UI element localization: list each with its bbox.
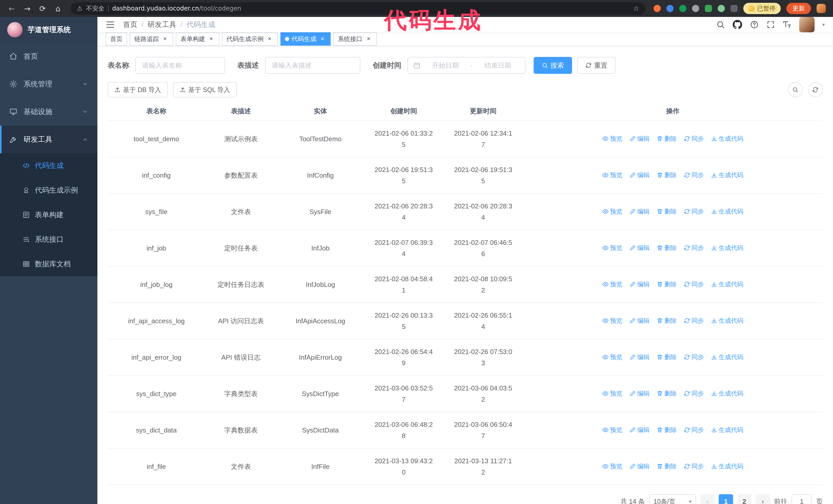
search-icon[interactable] xyxy=(716,20,725,29)
font-size-icon[interactable] xyxy=(783,20,791,29)
row-action-delete[interactable]: 删除 xyxy=(657,388,677,399)
row-action-delete[interactable]: 删除 xyxy=(657,424,677,436)
url-bar[interactable]: ⚠ 不安全 dashboard.yudao.iocoder.cn/tool/co… xyxy=(71,2,645,15)
fullscreen-icon[interactable] xyxy=(766,20,775,29)
row-action-sync[interactable]: 同步 xyxy=(684,352,704,363)
profile-avatar[interactable] xyxy=(816,4,826,13)
row-action-sync[interactable]: 同步 xyxy=(684,461,704,472)
row-action-sync[interactable]: 同步 xyxy=(684,388,704,399)
prev-page-button[interactable]: ‹ xyxy=(700,494,715,504)
row-action-eye[interactable]: 预览 xyxy=(602,461,622,472)
breadcrumb-item[interactable]: 首页 xyxy=(123,20,137,29)
breadcrumb-item[interactable]: 研发工具 xyxy=(148,20,176,29)
row-action-generate[interactable]: 生成代码 xyxy=(711,352,743,363)
import-db-button[interactable]: 基于 DB 导入 xyxy=(108,82,168,97)
row-action-edit[interactable]: 编辑 xyxy=(629,279,649,290)
sidebar-subitem-1[interactable]: 代码生成示例 xyxy=(0,178,97,202)
row-action-delete[interactable]: 删除 xyxy=(657,279,677,290)
search-button[interactable]: 搜索 xyxy=(533,57,572,74)
row-action-sync[interactable]: 同步 xyxy=(684,206,704,217)
tab-4[interactable]: 代码生成× xyxy=(280,32,331,46)
row-action-eye[interactable]: 预览 xyxy=(602,388,622,399)
goto-page-input[interactable] xyxy=(791,494,812,504)
row-action-generate[interactable]: 生成代码 xyxy=(711,388,743,399)
row-action-edit[interactable]: 编辑 xyxy=(629,352,649,363)
row-action-generate[interactable]: 生成代码 xyxy=(711,279,743,290)
paused-badge[interactable]: 已暂停 xyxy=(743,3,781,14)
app-logo[interactable]: 芋道管理系统 xyxy=(0,17,97,43)
table-name-input[interactable] xyxy=(135,57,225,74)
extension-icon[interactable] xyxy=(718,5,725,12)
row-action-sync[interactable]: 同步 xyxy=(684,133,704,144)
row-action-generate[interactable]: 生成代码 xyxy=(711,169,743,181)
sidebar-subitem-3[interactable]: 系统接口 xyxy=(0,227,97,252)
back-icon[interactable]: ← xyxy=(5,2,19,15)
row-action-generate[interactable]: 生成代码 xyxy=(711,461,743,472)
security-label[interactable]: 不安全 xyxy=(86,4,104,13)
row-action-eye[interactable]: 预览 xyxy=(602,206,622,217)
next-page-button[interactable]: › xyxy=(756,494,770,504)
row-action-generate[interactable]: 生成代码 xyxy=(711,133,743,144)
tab-3[interactable]: 代码生成示例× xyxy=(222,32,278,46)
import-sql-button[interactable]: 基于 SQL 导入 xyxy=(173,82,237,97)
row-action-sync[interactable]: 同步 xyxy=(684,169,704,181)
bookmark-star-icon[interactable]: ☆ xyxy=(633,5,639,12)
page-size-select[interactable]: 10条/页 ▾ xyxy=(649,494,696,504)
page-number-2[interactable]: 2 xyxy=(737,494,752,504)
chevron-down-icon[interactable]: ▾ xyxy=(822,22,825,28)
tab-0[interactable]: 首页 xyxy=(105,32,127,46)
row-action-eye[interactable]: 预览 xyxy=(602,315,622,326)
row-action-sync[interactable]: 同步 xyxy=(684,279,704,290)
extension-icon[interactable] xyxy=(679,5,686,12)
toggle-search-button[interactable] xyxy=(788,82,803,97)
row-action-delete[interactable]: 删除 xyxy=(657,315,677,326)
sidebar-subitem-4[interactable]: 数据库文档 xyxy=(0,252,97,277)
sidebar-item-3[interactable]: 研发工具 xyxy=(0,126,97,153)
row-action-sync[interactable]: 同步 xyxy=(684,242,704,254)
row-action-edit[interactable]: 编辑 xyxy=(629,169,649,181)
update-button[interactable]: 更新 xyxy=(786,3,811,14)
reload-icon[interactable]: ⟳ xyxy=(36,2,49,15)
close-icon[interactable]: × xyxy=(319,35,326,43)
row-action-sync[interactable]: 同步 xyxy=(684,315,704,326)
row-action-eye[interactable]: 预览 xyxy=(602,169,622,181)
tab-2[interactable]: 表单构建× xyxy=(176,32,219,46)
forward-icon[interactable]: → xyxy=(21,2,34,15)
extension-icon[interactable] xyxy=(705,5,712,12)
refresh-table-button[interactable] xyxy=(808,82,823,97)
row-action-eye[interactable]: 预览 xyxy=(602,352,622,363)
row-action-delete[interactable]: 删除 xyxy=(657,461,677,472)
row-action-edit[interactable]: 编辑 xyxy=(629,206,649,217)
page-number-1[interactable]: 1 xyxy=(719,494,733,504)
row-action-generate[interactable]: 生成代码 xyxy=(711,242,743,254)
row-action-eye[interactable]: 预览 xyxy=(602,424,622,436)
row-action-delete[interactable]: 删除 xyxy=(657,352,677,363)
github-icon[interactable] xyxy=(733,20,742,29)
puzzle-extension-icon[interactable] xyxy=(731,5,738,12)
reset-button[interactable]: 重置 xyxy=(577,57,616,74)
sidebar-item-0[interactable]: 首页 xyxy=(0,43,97,70)
tab-1[interactable]: 链路追踪× xyxy=(130,32,173,46)
close-icon[interactable]: × xyxy=(266,35,273,43)
sidebar-subitem-0[interactable]: 代码生成 xyxy=(0,153,97,178)
table-desc-input[interactable] xyxy=(265,57,360,74)
date-range-picker[interactable]: 开始日期 - 结束日期 xyxy=(407,57,525,74)
extension-icon[interactable] xyxy=(653,5,661,12)
row-action-generate[interactable]: 生成代码 xyxy=(711,315,743,326)
row-action-generate[interactable]: 生成代码 xyxy=(711,206,743,217)
close-icon[interactable]: × xyxy=(162,35,169,43)
sidebar-item-2[interactable]: 基础设施 xyxy=(0,98,97,126)
help-icon[interactable] xyxy=(750,20,759,29)
row-action-edit[interactable]: 编辑 xyxy=(629,461,649,472)
row-action-eye[interactable]: 预览 xyxy=(602,279,622,290)
row-action-edit[interactable]: 编辑 xyxy=(629,388,649,399)
close-icon[interactable]: × xyxy=(365,35,372,43)
row-action-delete[interactable]: 删除 xyxy=(657,169,677,181)
row-action-sync[interactable]: 同步 xyxy=(684,424,704,436)
sidebar-subitem-2[interactable]: 表单构建 xyxy=(0,202,97,227)
row-action-generate[interactable]: 生成代码 xyxy=(711,424,743,436)
hamburger-icon[interactable] xyxy=(105,20,115,29)
row-action-edit[interactable]: 编辑 xyxy=(629,315,649,326)
row-action-eye[interactable]: 预览 xyxy=(602,133,622,144)
row-action-edit[interactable]: 编辑 xyxy=(629,424,649,436)
